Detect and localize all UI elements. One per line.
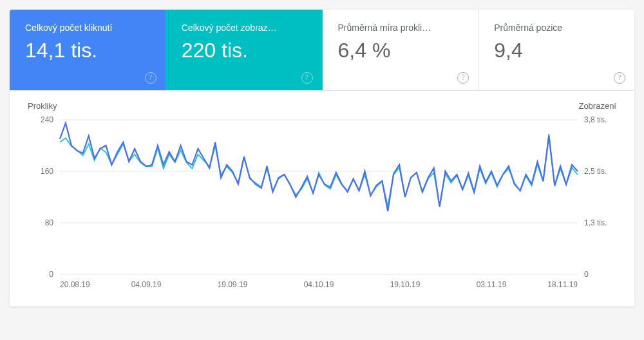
svg-text:20.08.19: 20.08.19 [60,280,90,289]
help-icon[interactable]: ? [301,72,313,84]
metric-avg-position[interactable]: Průměrná pozice 9,4 ? [478,10,634,90]
svg-text:160: 160 [41,167,53,176]
series-clicks [60,123,578,211]
left-axis-title: Prokliky [28,101,57,111]
help-icon[interactable]: ? [457,72,469,84]
svg-text:19.09.19: 19.09.19 [218,280,248,289]
metric-label: Celkový počet kliknutí [25,23,150,33]
svg-text:2,5 tis.: 2,5 tis. [584,167,607,176]
svg-text:240: 240 [41,115,53,124]
svg-text:80: 80 [45,218,54,227]
y-right-ticks: 3,8 tis.2,5 tis.1,3 tis.0 [584,115,607,279]
metric-value: 220 tis. [182,39,307,62]
metric-value: 9,4 [494,39,619,62]
performance-card: Celkový počet kliknutí 14,1 tis. ? Celko… [10,10,634,307]
svg-text:04.10.19: 04.10.19 [304,280,334,289]
performance-chart[interactable]: 240160800 3,8 tis.2,5 tis.1,3 tis.0 20.0… [28,113,616,294]
svg-text:18.11.19: 18.11.19 [547,280,578,289]
chart-grid [60,120,578,274]
svg-text:3,8 tis.: 3,8 tis. [584,115,607,124]
svg-text:0: 0 [584,270,589,279]
metric-value: 6,4 % [338,39,463,62]
help-icon[interactable]: ? [145,72,156,84]
svg-text:1,3 tis.: 1,3 tis. [584,218,607,227]
svg-text:19.10.19: 19.10.19 [390,280,421,289]
help-icon[interactable]: ? [614,72,625,84]
metric-total-clicks[interactable]: Celkový počet kliknutí 14,1 tis. ? [10,10,166,90]
chart-area: Prokliky Zobrazení 240160800 3,8 tis.2,5… [10,91,634,307]
metric-avg-ctr[interactable]: Průměrná míra prokli… 6,4 % ? [323,10,479,90]
x-ticks: 20.08.1904.09.1919.09.1904.10.1919.10.19… [60,280,578,289]
y-left-ticks: 240160800 [41,115,53,279]
metric-label: Průměrná míra prokli… [338,23,463,33]
series-impressions [60,134,578,206]
svg-text:03.11.19: 03.11.19 [477,280,507,289]
right-axis-title: Zobrazení [578,101,616,111]
metric-label: Průměrná pozice [494,23,619,33]
metric-label: Celkový počet zobraz… [182,23,307,33]
metric-total-impressions[interactable]: Celkový počet zobraz… 220 tis. ? [166,10,323,90]
metric-row: Celkový počet kliknutí 14,1 tis. ? Celko… [10,10,634,91]
svg-text:04.09.19: 04.09.19 [131,280,162,289]
metric-value: 14,1 tis. [25,39,150,62]
svg-text:0: 0 [49,270,53,279]
